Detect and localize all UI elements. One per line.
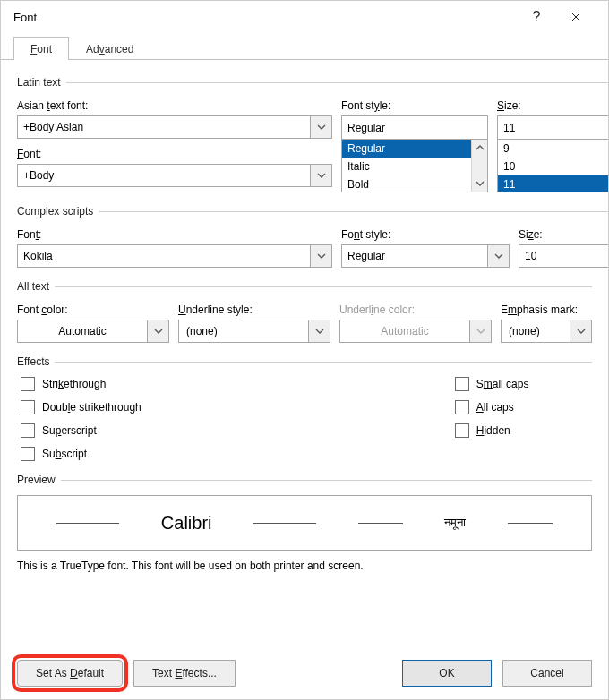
tab-font[interactable]: Font	[13, 37, 69, 60]
double-strikethrough-checkbox[interactable]: Double strikethrough	[21, 400, 142, 414]
preview-rule	[56, 523, 119, 524]
latin-font-input[interactable]	[18, 165, 310, 186]
all-caps-checkbox[interactable]: All caps	[455, 400, 529, 414]
latin-font-label: Font:	[17, 148, 332, 160]
font-style-input[interactable]	[342, 116, 487, 139]
font-color-label: Font color:	[17, 303, 169, 316]
size-option-10[interactable]: 10	[498, 158, 609, 175]
font-dialog: Font ? Font Advanced Latin text Asian te…	[0, 0, 609, 700]
complex-size-label: Size:	[519, 228, 609, 241]
underline-style-value: (none)	[179, 320, 308, 342]
font-style-combo[interactable]	[341, 115, 488, 139]
help-button[interactable]: ?	[517, 4, 556, 30]
effects-group: Effects Strikethrough Double strikethrou…	[17, 355, 592, 461]
asian-font-input[interactable]	[18, 116, 310, 138]
complex-font-dropdown-button[interactable]	[310, 245, 331, 267]
strikethrough-checkbox[interactable]: Strikethrough	[21, 377, 142, 391]
preview-latin-sample: Calibri	[161, 513, 212, 534]
underline-style-dropdown[interactable]: (none)	[178, 320, 330, 343]
size-option-9[interactable]: 9	[498, 140, 609, 158]
tabstrip: Font Advanced	[1, 33, 608, 60]
underline-color-label: Underline color:	[339, 303, 492, 316]
underline-color-dropdown-button	[469, 320, 491, 342]
emphasis-mark-label: Emphasis mark:	[501, 303, 592, 316]
checkbox-icon	[21, 423, 35, 438]
preview-rule	[253, 523, 316, 524]
complex-size-combo[interactable]	[519, 244, 609, 268]
size-listbox[interactable]: 9 10 11	[497, 139, 609, 192]
emphasis-mark-value: (none)	[502, 320, 570, 342]
asian-font-dropdown-button[interactable]	[310, 116, 331, 138]
preview-legend: Preview	[17, 474, 61, 486]
complex-font-combo[interactable]	[17, 244, 332, 268]
size-label: Size:	[497, 99, 609, 112]
close-button[interactable]	[556, 4, 596, 30]
chevron-down-icon	[315, 327, 324, 336]
ok-button[interactable]: OK	[402, 660, 492, 687]
chevron-down-icon	[476, 327, 485, 336]
font-style-option-regular[interactable]: Regular	[342, 140, 487, 158]
font-style-listbox[interactable]: Regular Italic Bold	[341, 139, 488, 192]
subscript-checkbox[interactable]: Subscript	[21, 447, 142, 461]
hidden-checkbox[interactable]: Hidden	[455, 423, 529, 438]
size-combo[interactable]	[497, 115, 609, 139]
dialog-body: Latin text Asian text font: Font: Font	[1, 60, 608, 583]
small-caps-checkbox[interactable]: Small caps	[455, 377, 529, 391]
cancel-button[interactable]: Cancel	[502, 660, 592, 687]
chevron-down-icon	[494, 252, 503, 260]
chevron-down-icon	[317, 123, 326, 132]
chevron-down-icon	[317, 171, 326, 180]
set-as-default-button[interactable]: Set As Default	[17, 660, 123, 687]
tab-advanced[interactable]: Advanced	[69, 37, 150, 60]
chevron-down-icon	[577, 327, 586, 336]
preview-box: Calibri नमूना	[17, 495, 592, 551]
emphasis-mark-dropdown[interactable]: (none)	[501, 320, 592, 343]
complex-style-input[interactable]	[342, 245, 487, 267]
underline-color-value: Automatic	[340, 320, 469, 342]
latin-text-legend: Latin text	[17, 76, 66, 89]
effects-legend: Effects	[17, 355, 55, 368]
scroll-up-button[interactable]	[472, 140, 487, 156]
preview-group: Preview Calibri नमूना This is a TrueType…	[17, 474, 592, 572]
complex-scripts-legend: Complex scripts	[17, 205, 99, 218]
font-style-label: Font style:	[341, 99, 488, 112]
font-color-dropdown-button[interactable]	[147, 320, 168, 342]
complex-font-label: Font:	[17, 228, 332, 241]
latin-font-combo[interactable]	[17, 164, 332, 187]
preview-note: This is a TrueType font. This font will …	[17, 559, 592, 572]
chevron-down-icon	[317, 252, 326, 260]
asian-font-combo[interactable]	[17, 115, 332, 139]
latin-font-dropdown-button[interactable]	[310, 165, 331, 186]
complex-style-dropdown-button[interactable]	[487, 245, 509, 267]
preview-rule	[508, 523, 553, 524]
window-title: Font	[13, 11, 517, 24]
checkbox-icon	[21, 377, 35, 391]
chevron-up-icon	[476, 143, 485, 152]
all-text-legend: All text	[17, 280, 55, 293]
superscript-checkbox[interactable]: Superscript	[21, 423, 142, 438]
complex-size-input[interactable]	[519, 245, 609, 267]
font-style-option-bold[interactable]: Bold	[342, 175, 487, 192]
checkbox-icon	[455, 377, 469, 391]
checkbox-icon	[21, 447, 35, 461]
emphasis-mark-dropdown-button[interactable]	[570, 320, 591, 342]
latin-text-group: Latin text Asian text font: Font: Font	[17, 76, 609, 192]
complex-style-combo[interactable]	[341, 244, 510, 268]
scroll-down-button[interactable]	[472, 175, 487, 192]
font-style-scrollbar[interactable]	[471, 140, 487, 192]
font-color-dropdown[interactable]: Automatic	[17, 320, 169, 343]
preview-rule	[358, 523, 403, 524]
asian-font-label: Asian text font:	[17, 99, 332, 112]
complex-font-input[interactable]	[18, 245, 310, 267]
size-option-11[interactable]: 11	[498, 175, 609, 192]
checkbox-icon	[455, 400, 469, 414]
underline-style-label: Underline style:	[178, 303, 330, 316]
underline-style-dropdown-button[interactable]	[308, 320, 330, 342]
text-effects-button[interactable]: Text Effects...	[133, 660, 236, 687]
size-input[interactable]	[498, 116, 609, 139]
close-icon	[570, 12, 581, 22]
font-style-option-italic[interactable]: Italic	[342, 158, 487, 175]
checkbox-icon	[455, 423, 469, 438]
dialog-button-row: Set As Default Text Effects... OK Cancel	[17, 660, 592, 687]
all-text-group: All text Font color: Automatic Underline…	[17, 280, 592, 343]
